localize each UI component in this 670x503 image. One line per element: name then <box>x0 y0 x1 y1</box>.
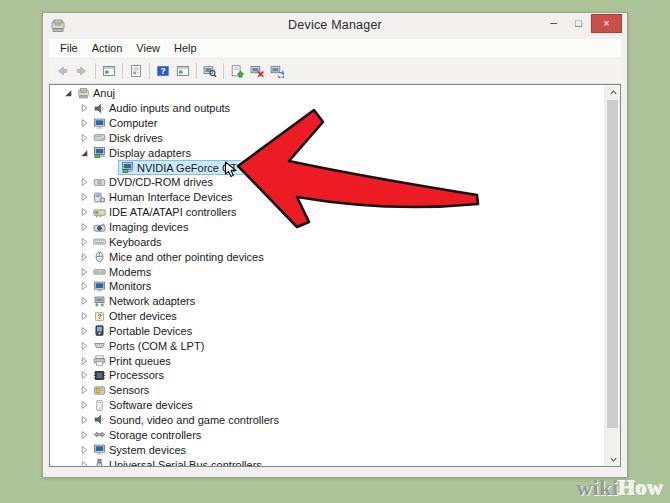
tree-item[interactable]: Sound, video and game controllers <box>50 413 604 428</box>
tree-item[interactable]: Software devices <box>50 398 604 413</box>
tree-item[interactable]: Print queues <box>50 353 604 368</box>
scroll-thumb[interactable] <box>607 100 618 428</box>
tree-item-content[interactable]: Ports (COM & LPT) <box>90 338 207 353</box>
tree-item-content[interactable]: Sensors <box>90 383 152 398</box>
tree-item[interactable]: Keyboards <box>50 234 604 249</box>
tree-item-content[interactable]: ?Other devices <box>90 309 180 324</box>
tree-item-content[interactable]: Anuj <box>74 86 118 101</box>
tree-item[interactable]: Network adapters <box>50 294 604 309</box>
properties-button[interactable] <box>126 61 146 81</box>
tree-item[interactable]: Audio inputs and outputs <box>50 101 604 116</box>
tree-item-content[interactable]: Mice and other pointing devices <box>90 249 267 264</box>
update-driver-software-button[interactable] <box>227 61 247 81</box>
expander-collapsed-icon[interactable] <box>78 252 89 262</box>
tree-item-content[interactable]: DVD/CD-ROM drives <box>90 175 216 190</box>
help-topics-button[interactable] <box>173 61 193 81</box>
expander-collapsed-icon[interactable] <box>78 118 89 128</box>
tree-item[interactable]: Computer <box>50 116 604 131</box>
tree-item-content[interactable]: Software devices <box>90 398 196 413</box>
tree-item-content[interactable]: Network adapters <box>90 294 198 309</box>
tree-item-content[interactable]: Audio inputs and outputs <box>90 101 233 116</box>
expander-collapsed-icon[interactable] <box>78 133 89 143</box>
titlebar[interactable]: Device Manager – □ × <box>43 13 627 39</box>
uninstall-button[interactable] <box>247 61 267 81</box>
minimize-button[interactable]: – <box>541 14 566 33</box>
tree-item-content[interactable]: Display adapters <box>90 145 194 160</box>
tree-item-content[interactable]: Portable Devices <box>90 323 195 338</box>
menu-view[interactable]: View <box>129 39 167 58</box>
tree-item[interactable]: Processors <box>50 368 604 383</box>
help-button[interactable]: ? <box>153 61 173 81</box>
show-console-tree-button[interactable] <box>99 61 119 81</box>
expander-collapsed-icon[interactable] <box>78 192 89 202</box>
expander-collapsed-icon[interactable] <box>78 430 89 440</box>
tree-item-content[interactable]: NVIDIA GeForce GT 610 <box>118 160 261 175</box>
scroll-down-button[interactable] <box>605 452 621 466</box>
tree-item[interactable]: Storage controllers <box>50 427 604 442</box>
tree-item[interactable]: DVD/CD-ROM drives <box>50 175 604 190</box>
tree-item[interactable]: System devices <box>50 442 604 457</box>
tree-item-content[interactable]: Keyboards <box>90 234 165 249</box>
expander-collapsed-icon[interactable] <box>78 356 89 366</box>
expander-collapsed-icon[interactable] <box>78 103 89 113</box>
tree-item-content[interactable]: Imaging devices <box>90 220 192 235</box>
tree-item-content[interactable]: Modems <box>90 264 154 279</box>
maximize-button[interactable]: □ <box>566 14 591 33</box>
tree-item[interactable]: Imaging devices <box>50 220 604 235</box>
tree-item[interactable]: Human Interface Devices <box>50 190 604 205</box>
tree-item-content[interactable]: Storage controllers <box>90 427 204 442</box>
vertical-scrollbar[interactable] <box>604 85 620 466</box>
expander-collapsed-icon[interactable] <box>78 222 89 232</box>
tree-item-content[interactable]: Human Interface Devices <box>90 190 236 205</box>
expander-collapsed-icon[interactable] <box>78 281 89 291</box>
menu-help[interactable]: Help <box>167 39 204 58</box>
expander-collapsed-icon[interactable] <box>78 207 89 217</box>
tree-item[interactable]: Disk drives <box>50 131 604 146</box>
tree-item-content[interactable]: Monitors <box>90 279 154 294</box>
tree-item[interactable]: IDE ATA/ATAPI controllers <box>50 205 604 220</box>
menu-file[interactable]: File <box>53 39 85 58</box>
tree-item-content[interactable]: Disk drives <box>90 130 166 145</box>
close-button[interactable]: × <box>591 14 622 33</box>
tree-item[interactable]: Mice and other pointing devices <box>50 249 604 264</box>
tree-item[interactable]: Universal Serial Bus controllers <box>50 457 604 466</box>
tree-item-content[interactable]: Universal Serial Bus controllers <box>90 457 265 466</box>
tree-item[interactable]: NVIDIA GeForce GT 610 <box>50 160 604 175</box>
tree-item-content[interactable]: Print queues <box>90 353 174 368</box>
tree-item[interactable]: Ports (COM & LPT) <box>50 338 604 353</box>
expander-collapsed-icon[interactable] <box>78 445 89 455</box>
tree-item-content[interactable]: IDE ATA/ATAPI controllers <box>90 205 240 220</box>
expander-expanded-icon[interactable] <box>62 88 73 98</box>
tree-item[interactable]: Modems <box>50 264 604 279</box>
expander-collapsed-icon[interactable] <box>78 267 89 277</box>
tree-item[interactable]: Anuj <box>50 86 604 101</box>
scroll-up-button[interactable] <box>605 85 621 99</box>
tree-item-content[interactable]: Computer <box>90 116 160 131</box>
tree-item[interactable]: ?Other devices <box>50 309 604 324</box>
menu-action[interactable]: Action <box>85 39 130 58</box>
back-button[interactable] <box>52 61 72 81</box>
tree-item-content[interactable]: Processors <box>90 368 167 383</box>
tree-item-content[interactable]: System devices <box>90 442 189 457</box>
tree-item[interactable]: Sensors <box>50 383 604 398</box>
expander-collapsed-icon[interactable] <box>78 326 89 336</box>
scan-for-hardware-changes-button[interactable] <box>267 61 287 81</box>
expander-collapsed-icon[interactable] <box>78 296 89 306</box>
expander-collapsed-icon[interactable] <box>78 385 89 395</box>
expander-collapsed-icon[interactable] <box>78 400 89 410</box>
tree-item[interactable]: Display adapters <box>50 145 604 160</box>
expander-expanded-icon[interactable] <box>78 148 89 158</box>
expander-collapsed-icon[interactable] <box>78 237 89 247</box>
device-tree: AnujAudio inputs and outputsComputerDisk… <box>50 86 604 466</box>
expander-collapsed-icon[interactable] <box>78 415 89 425</box>
tree-item[interactable]: Portable Devices <box>50 324 604 339</box>
forward-button[interactable] <box>72 61 92 81</box>
expander-collapsed-icon[interactable] <box>78 370 89 380</box>
expander-collapsed-icon[interactable] <box>78 460 89 466</box>
expander-collapsed-icon[interactable] <box>78 177 89 187</box>
expander-collapsed-icon[interactable] <box>78 341 89 351</box>
expander-collapsed-icon[interactable] <box>78 311 89 321</box>
tree-item-content[interactable]: Sound, video and game controllers <box>90 412 282 427</box>
tree-item[interactable]: Monitors <box>50 279 604 294</box>
search-computer-button[interactable] <box>200 61 220 81</box>
